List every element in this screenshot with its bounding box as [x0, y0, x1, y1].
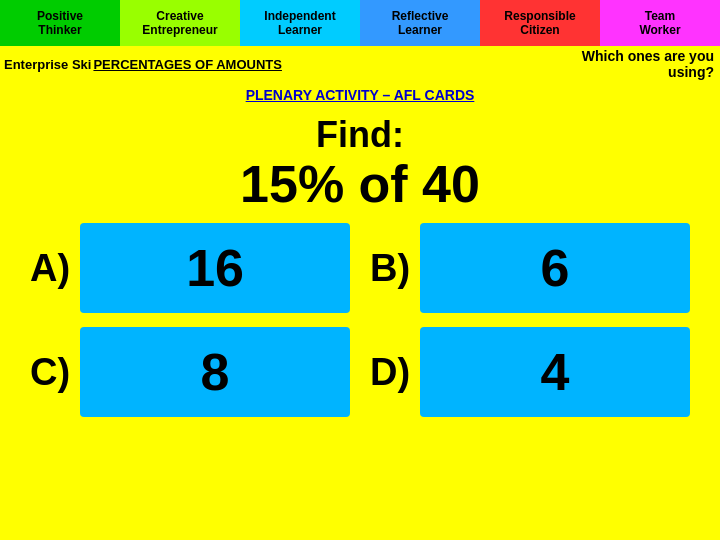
tab-positive-thinker[interactable]: Positive Thinker — [0, 0, 120, 46]
find-label: Find: — [0, 114, 720, 156]
second-row: Enterprise Ski PERCENTAGES OF AMOUNTS Wh… — [0, 46, 720, 82]
answer-letter-d: D) — [370, 351, 410, 394]
answer-cell-c: C) 8 — [30, 327, 350, 417]
plenary-row: PLENARY ACTIVITY – AFL CARDS — [0, 82, 720, 106]
answer-cell-d: D) 4 — [370, 327, 690, 417]
answer-grid: A) 16 B) 6 C) 8 D) 4 — [0, 223, 720, 417]
answer-letter-c: C) — [30, 351, 70, 394]
enterprise-label: Enterprise Ski — [0, 57, 91, 72]
tab-creative-entrepreneur[interactable]: Creative Entrepreneur — [120, 0, 240, 46]
answer-cell-b: B) 6 — [370, 223, 690, 313]
top-nav: Positive Thinker Creative Entrepreneur I… — [0, 0, 720, 46]
which-ones-text: Which ones are you using? — [576, 46, 720, 82]
tab-team-worker[interactable]: Team Worker — [600, 0, 720, 46]
answer-letter-a: A) — [30, 247, 70, 290]
find-section: Find: 15% of 40 — [0, 114, 720, 213]
tab-responsible-citizen[interactable]: Responsible Citizen — [480, 0, 600, 46]
answer-letter-b: B) — [370, 247, 410, 290]
tab-reflective-learner[interactable]: Reflective Learner — [360, 0, 480, 46]
answer-box-b[interactable]: 6 — [420, 223, 690, 313]
answer-cell-a: A) 16 — [30, 223, 350, 313]
answer-box-d[interactable]: 4 — [420, 327, 690, 417]
percentages-label: PERCENTAGES OF AMOUNTS — [93, 57, 282, 72]
find-problem: 15% of 40 — [0, 156, 720, 213]
answer-box-c[interactable]: 8 — [80, 327, 350, 417]
answer-box-a[interactable]: 16 — [80, 223, 350, 313]
tab-independent-learner[interactable]: Independent Learner — [240, 0, 360, 46]
plenary-text: PLENARY ACTIVITY – AFL CARDS — [246, 87, 475, 103]
